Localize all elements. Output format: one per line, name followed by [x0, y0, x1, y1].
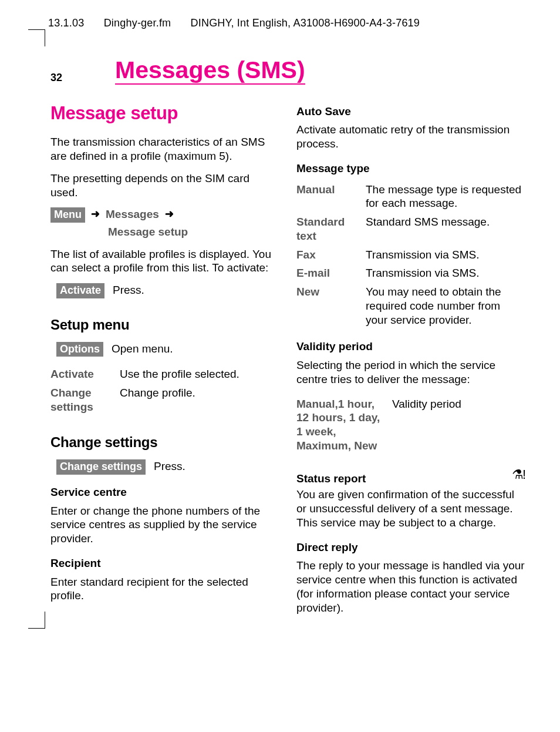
desc: Change profile.	[120, 384, 279, 417]
softkey-activate: Activate	[56, 283, 104, 298]
paragraph: You are given confirmation of the succes…	[296, 488, 525, 529]
paragraph: Activate automatic retry of the transmis…	[296, 123, 525, 151]
table-row: Standard text Standard SMS message.	[296, 213, 525, 246]
table-row: Activate Use the profile selected.	[50, 365, 279, 384]
nav-item-messages: Messages	[106, 207, 159, 221]
table-row: Manual The message type is requested for…	[296, 180, 525, 213]
table-row: Change settings Change profile.	[50, 384, 279, 417]
paragraph: The transmission characteristics of an S…	[50, 135, 279, 163]
table-row: Manual,1 hour, 12 hours, 1 day, 1 week, …	[296, 395, 525, 455]
section-heading-message-setup: Message setup	[50, 102, 279, 125]
sim-feature-icon: ⚗!	[512, 466, 525, 483]
desc: You may need to obtain the required code…	[366, 283, 525, 329]
desc: The message type is requested for each m…	[366, 180, 525, 213]
crop-mark-top-left	[28, 29, 45, 46]
instruction-text: Press.	[113, 283, 279, 297]
term: Fax	[296, 246, 366, 264]
softkey-change-settings: Change settings	[56, 459, 146, 475]
header-date: 13.1.03	[48, 17, 84, 29]
paragraph: The list of available profiles is displa…	[50, 247, 279, 276]
term: Manual	[296, 180, 366, 213]
term: New	[296, 283, 366, 329]
term: Manual,1 hour, 12 hours, 1 day, 1 week, …	[296, 395, 392, 455]
subheading-validity-period: Validity period	[296, 340, 525, 354]
arrow-icon: ➜	[165, 207, 174, 221]
subheading-recipient: Recipient	[50, 556, 279, 570]
term: Standard text	[296, 213, 366, 246]
validity-period-table: Manual,1 hour, 12 hours, 1 day, 1 week, …	[296, 395, 525, 455]
softkey-menu: Menu	[50, 207, 85, 223]
softkey-options: Options	[56, 342, 103, 357]
table-row: E-mail Transmission via SMS.	[296, 264, 525, 283]
menu-navigation: Menu ➜ Messages ➜	[50, 207, 279, 223]
subheading-message-type: Message type	[296, 162, 525, 176]
term: Activate	[50, 365, 120, 384]
page-number: 32	[50, 71, 62, 85]
term: Change settings	[50, 384, 120, 417]
subheading-status-report: Status report	[296, 472, 366, 486]
header-file: Dinghy-ger.fm	[104, 17, 171, 29]
term: E-mail	[296, 264, 366, 283]
desc: Standard SMS message.	[366, 213, 525, 246]
desc: Transmission via SMS.	[366, 264, 525, 283]
nav-item-message-setup: Message setup	[108, 225, 188, 239]
desc: Transmission via SMS.	[366, 246, 525, 264]
desc: Use the profile selected.	[120, 365, 279, 384]
paragraph: Enter standard recipient for the selecte…	[50, 575, 279, 603]
paragraph: The reply to your message is handled via…	[296, 559, 525, 615]
arrow-icon: ➜	[91, 207, 100, 221]
desc: Validity period	[392, 395, 525, 455]
subheading-setup-menu: Setup menu	[50, 316, 279, 334]
crop-mark-bottom-left	[28, 612, 45, 629]
paragraph: Selecting the period in which the servic…	[296, 358, 525, 387]
subheading-change-settings: Change settings	[50, 434, 279, 451]
subheading-auto-save: Auto Save	[296, 105, 525, 119]
table-row: New You may need to obtain the required …	[296, 283, 525, 329]
subheading-service-centre: Service centre	[50, 485, 279, 499]
message-type-table: Manual The message type is requested for…	[296, 180, 525, 330]
chapter-title: Messages (SMS)	[115, 58, 305, 85]
setup-menu-table: Activate Use the profile selected. Chang…	[50, 365, 279, 416]
subheading-direct-reply: Direct reply	[296, 540, 525, 555]
table-row: Fax Transmission via SMS.	[296, 246, 525, 264]
instruction-text: Open menu.	[112, 342, 279, 356]
running-header: 13.1.03 Dinghy-ger.fm DINGHY, Int Englis…	[48, 16, 525, 30]
paragraph: Enter or change the phone numbers of the…	[50, 504, 279, 546]
instruction-text: Press.	[154, 459, 279, 474]
paragraph: The presetting depends on the SIM card u…	[50, 172, 279, 200]
header-doc: DINGHY, Int English, A31008-H6900-A4-3-7…	[191, 17, 420, 29]
